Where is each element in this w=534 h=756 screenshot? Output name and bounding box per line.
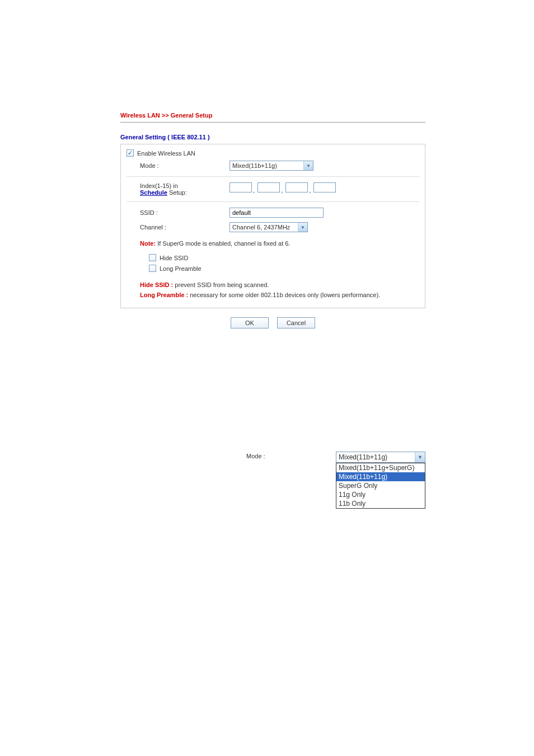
schedule-link[interactable]: Schedule [140,189,167,196]
ok-button[interactable]: OK [231,317,269,328]
settings-panel: Enable Wireless LAN Mode : Mixed(11b+11g… [120,144,425,308]
description-block: Hide SSID : prevent SSID from being scan… [127,274,419,300]
mode-label: Mode : [127,162,229,169]
mode-option-2[interactable]: SuperG Only [336,481,425,490]
channel-select[interactable]: Channel 6, 2437MHz ▼ [229,222,308,232]
schedule-index-2[interactable] [257,182,280,192]
long-preamble-label: Long Preamble [160,265,202,272]
schedule-index-4[interactable] [313,182,336,192]
channel-label: Channel : [127,224,229,231]
hide-ssid-label: Hide SSID [160,255,188,261]
channel-select-value: Channel 6, 2437MHz [232,224,290,231]
mode-option-3[interactable]: 11g Only [336,490,425,499]
mode-select[interactable]: Mixed(11b+11g) ▼ [229,161,313,171]
chevron-down-icon: ▼ [415,452,425,462]
mode-dropdown-list: Mixed(11b+11g+SuperG) Mixed(11b+11g) Sup… [336,463,425,509]
long-preamble-checkbox[interactable] [149,265,156,272]
mode-option-1[interactable]: Mixed(11b+11g) [336,472,425,481]
schedule-index-3[interactable] [285,182,308,192]
mode-select-fig2-value: Mixed(11b+11g) [339,453,387,461]
ssid-label: SSID : [127,209,229,216]
mode-option-4[interactable]: 11b Only [336,499,425,508]
mode-select-fig2[interactable]: Mixed(11b+11g) ▼ [336,452,425,463]
schedule-index-1[interactable] [229,182,252,192]
chevron-down-icon: ▼ [298,223,307,232]
chevron-down-icon: ▼ [303,161,313,170]
enable-wireless-label: Enable Wireless LAN [137,150,195,157]
enable-wireless-checkbox[interactable] [127,149,134,157]
mode-option-0[interactable]: Mixed(11b+11g+SuperG) [336,463,425,472]
mode-select-value: Mixed(11b+11g) [232,162,277,169]
breadcrumb: Wireless LAN >> General Setup [120,112,425,123]
mode-label-fig2: Mode : [246,452,336,459]
mode-dropdown-figure: Mode : Mixed(11b+11g) ▼ Mixed(11b+11g+Su… [246,452,498,509]
hide-ssid-checkbox[interactable] [149,254,156,261]
note-text: Note: If SuperG mode is enabled, channel… [127,234,419,252]
section-title: General Setting ( IEEE 802.11 ) [120,134,425,140]
schedule-label: Index(1-15) in Schedule Setup: [127,182,229,196]
ssid-input[interactable] [229,208,324,218]
schedule-inputs: , , , [229,182,419,194]
cancel-button[interactable]: Cancel [277,317,315,328]
